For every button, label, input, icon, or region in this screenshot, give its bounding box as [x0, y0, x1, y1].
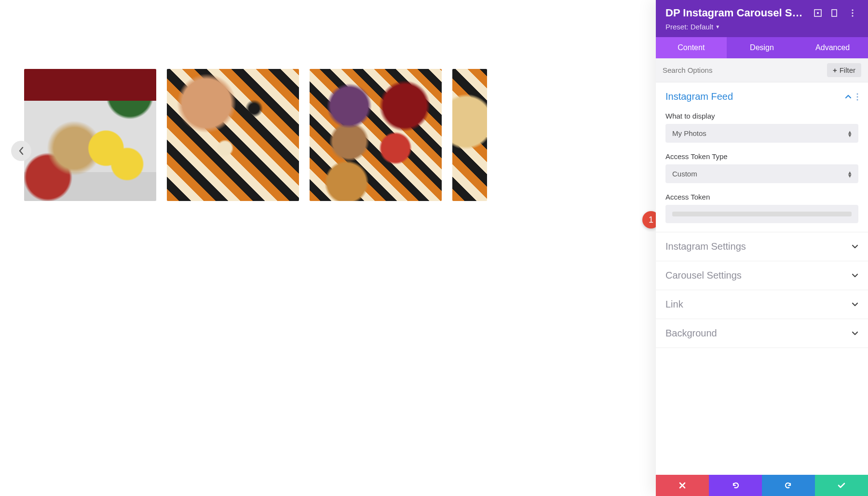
- expand-icon[interactable]: [812, 7, 824, 19]
- field-label: Access Token Type: [665, 152, 858, 161]
- field-what-to-display: What to display My Photos ▴▾: [665, 112, 858, 143]
- section-header[interactable]: Link: [665, 299, 858, 310]
- field-label: What to display: [665, 112, 858, 120]
- save-button[interactable]: [815, 475, 868, 496]
- chevron-up-icon[interactable]: [845, 94, 852, 99]
- select-value: My Photos: [672, 129, 706, 137]
- section-instagram-settings: Instagram Settings: [656, 232, 868, 261]
- tab-design[interactable]: Design: [727, 37, 798, 58]
- settings-panel-body[interactable]: Instagram Feed What to display My Photos…: [656, 82, 868, 475]
- undo-button[interactable]: [709, 475, 762, 496]
- svg-point-1: [817, 12, 819, 14]
- svg-point-5: [852, 15, 853, 16]
- redo-button[interactable]: [762, 475, 815, 496]
- tab-advanced[interactable]: Advanced: [797, 37, 868, 58]
- caret-down-icon: ▼: [715, 24, 720, 29]
- cancel-button[interactable]: [656, 475, 709, 496]
- sidebar-header: DP Instagram Carousel Sett... Preset: De…: [656, 0, 868, 37]
- access-token-type-select[interactable]: Custom ▴▾: [665, 164, 858, 183]
- svg-rect-2: [832, 10, 837, 16]
- select-value: Custom: [672, 170, 697, 178]
- plus-icon: +: [833, 66, 837, 74]
- svg-point-7: [857, 96, 858, 97]
- preset-label: Preset: Default: [665, 23, 713, 31]
- section-instagram-feed: Instagram Feed What to display My Photos…: [656, 82, 868, 232]
- section-title: Link: [665, 299, 683, 310]
- search-input[interactable]: [663, 66, 827, 74]
- section-title: Instagram Feed: [665, 91, 733, 102]
- svg-point-6: [857, 93, 858, 94]
- chevron-down-icon[interactable]: [852, 331, 858, 335]
- filter-button[interactable]: + Filter: [827, 63, 861, 77]
- field-access-token: Access Token: [665, 193, 858, 223]
- kebab-icon[interactable]: [847, 7, 858, 19]
- chevron-down-icon[interactable]: [852, 302, 858, 307]
- section-link: Link: [656, 290, 868, 319]
- settings-tabs: Content Design Advanced: [656, 37, 868, 58]
- tab-content[interactable]: Content: [656, 37, 727, 58]
- carousel-image[interactable]: [310, 69, 442, 201]
- section-carousel-settings: Carousel Settings: [656, 261, 868, 290]
- section-title: Instagram Settings: [665, 241, 746, 252]
- module-title: DP Instagram Carousel Sett...: [665, 7, 806, 19]
- kebab-icon[interactable]: [856, 93, 858, 101]
- svg-point-8: [857, 99, 858, 100]
- filter-label: Filter: [840, 66, 855, 74]
- field-access-token-type: Access Token Type Custom ▴▾: [665, 152, 858, 183]
- section-background: Background: [656, 319, 868, 348]
- search-options-row: + Filter: [656, 58, 868, 82]
- what-to-display-select[interactable]: My Photos ▴▾: [665, 124, 858, 143]
- editor-canvas: [0, 0, 486, 496]
- settings-sidebar: DP Instagram Carousel Sett... Preset: De…: [656, 0, 868, 496]
- select-arrows-icon: ▴▾: [848, 130, 852, 137]
- carousel-image[interactable]: [167, 69, 299, 201]
- section-header[interactable]: Background: [665, 328, 858, 339]
- access-token-input[interactable]: [665, 205, 858, 223]
- carousel-image[interactable]: [452, 69, 487, 201]
- section-title: Background: [665, 328, 717, 339]
- section-title: Carousel Settings: [665, 270, 742, 281]
- carousel-prev-button[interactable]: [11, 141, 31, 161]
- svg-point-3: [852, 9, 853, 11]
- select-arrows-icon: ▴▾: [848, 171, 852, 177]
- field-label: Access Token: [665, 193, 858, 201]
- carousel-image[interactable]: [24, 69, 156, 201]
- chevron-down-icon[interactable]: [852, 244, 858, 249]
- section-header[interactable]: Instagram Settings: [665, 241, 858, 252]
- section-header[interactable]: Instagram Feed: [665, 91, 858, 102]
- sidebar-footer: [656, 475, 868, 496]
- chevron-down-icon[interactable]: [852, 273, 858, 278]
- instagram-carousel: [24, 69, 486, 201]
- svg-point-4: [852, 12, 853, 13]
- section-header[interactable]: Carousel Settings: [665, 270, 858, 281]
- responsive-icon[interactable]: [829, 7, 841, 19]
- preset-selector[interactable]: Preset: Default ▼: [665, 23, 720, 31]
